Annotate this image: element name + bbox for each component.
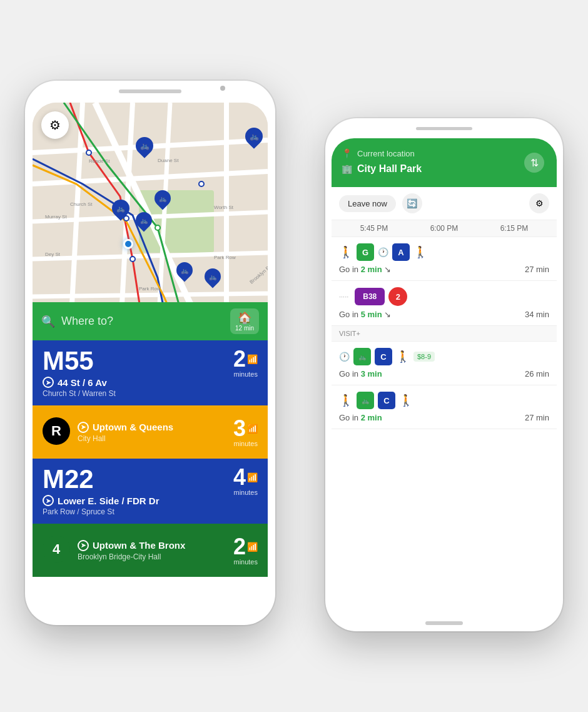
minutes-badge-M22: 4 📶 minutes [233,466,258,496]
right-phone-home-btn[interactable] [425,621,463,625]
route-direction-R: ➤ Uptown & Queens [78,422,173,433]
search-input[interactable] [61,315,224,328]
transit-row-M22[interactable]: M22 ➤ Lower E. Side / FDR Dr Park Row / … [33,459,268,524]
rp-time-1: 5:45 PM [360,224,388,233]
walk-icon-4a: 🚶 [339,394,353,407]
route-icon-ctm: 🚲 [353,348,371,365]
route-stop-M55: Church St / Warren St [43,389,116,398]
walk-icon-3: 🚶 [396,350,410,364]
route-number-M55: M55 [43,348,116,374]
settings-button[interactable]: ⚙ [41,111,69,139]
route-icon-2: 2 [388,287,407,306]
rp-time-bar: 5:45 PM 6:00 PM 6:15 PM [332,220,557,237]
route-stop-4: Brooklyn Bridge-City Hall [78,552,185,561]
rp-route-card-4[interactable]: 🚶 🚲 C 🚶 Go in 2 min 27 min [332,385,557,429]
map-pin-2[interactable]: 🚲 [245,128,263,145]
rp-go-text-4: Go in 2 min [339,413,382,422]
rp-current-location-row: 📍 Current location [342,148,547,158]
phones-container: Reade St Murray St Dey St Duane St Worth… [25,43,563,669]
map-area: Reade St Murray St Dey St Duane St Worth… [33,103,268,340]
svg-point-15 [155,225,160,230]
svg-text:Duane St: Duane St [158,158,179,163]
rp-total-min-2: 34 min [525,310,549,319]
rp-go-text-2: Go in 5 min ↘ [339,310,391,319]
phone-right: 📍 Current location 🏢 City Hall Park ⇅ Le… [325,118,563,631]
svg-point-16 [199,181,204,186]
svg-text:Dey St: Dey St [45,252,61,257]
price-badge-3: $8-9 [413,352,435,362]
minutes-badge-4: 2 📶 minutes [233,536,258,566]
wifi-icon-4: 📶 [247,542,258,551]
map-pin-1[interactable]: 🚲 [136,137,153,155]
rp-route-footer-3: Go in 3 min 26 min [339,369,549,379]
clock-icon-3: 🕐 [339,352,350,362]
wifi-icon: 📶 [247,355,258,364]
transit-row-R[interactable]: R ➤ Uptown & Queens City Hall [33,405,268,459]
right-phone-notch [416,127,472,130]
rp-route-footer-4: Go in 2 min 27 min [339,413,549,422]
location-pin-icon: 📍 [342,148,352,158]
minutes-badge-R: 3 📶 minutes [233,417,258,447]
rp-route-icons-4: 🚶 🚲 C 🚶 [339,392,549,409]
svg-text:Murray St: Murray St [45,214,67,220]
rp-settings-button[interactable]: ⚙ [529,193,549,213]
search-icon: 🔍 [41,315,55,328]
rp-route-card-2[interactable]: ····· B38 2 Go in 5 min ↘ 34 min [332,281,557,326]
rp-section-label-visit: VISIT+ [332,326,557,342]
rp-refresh-button[interactable]: 🔄 [402,193,422,213]
map-pin-5[interactable]: 🚲 [176,262,193,278]
map-pin-6[interactable]: 🚲 [205,268,221,285]
rp-route-icons-2: ····· B38 2 [339,287,549,306]
home-badge[interactable]: 🏠 12 min [230,308,259,334]
wifi-icon-r: 📶 [247,424,258,433]
route-stop-R: City Hall [78,434,173,443]
map-pin-7[interactable]: 🚲 [155,190,171,206]
search-bar[interactable]: 🔍 🏠 12 min [33,302,268,340]
route-stop-M22: Park Row / Spruce St [43,507,160,516]
rp-go-text-3: Go in 3 min [339,369,382,379]
map-pin-3[interactable]: 🚲 [112,200,129,217]
route-icon-bike-4: 🚲 [357,392,374,409]
route-icon-B38: B38 [355,288,385,305]
current-location-dot [123,239,133,249]
rp-header: 📍 Current location 🏢 City Hall Park ⇅ [332,138,557,187]
rp-total-min-1: 27 min [525,265,549,274]
right-phone-screen: 📍 Current location 🏢 City Hall Park ⇅ Le… [332,138,557,613]
rp-route-footer-1: Go in 2 min ↘ 27 min [339,265,549,274]
left-phone-screen: Reade St Murray St Dey St Duane St Worth… [33,103,268,603]
route-direction-4: ➤ Uptown & The Bronx [78,540,185,551]
arrow-icon: ➤ [43,377,54,388]
transit-row-4[interactable]: 4 ➤ Uptown & The Bronx Brooklyn Bridge-C… [33,524,268,577]
route-icon-C-4: C [378,392,395,409]
arrow-icon-4: ➤ [78,540,89,551]
route-direction-M22: ➤ Lower E. Side / FDR Dr [43,495,160,506]
transit-row-M55[interactable]: M55 ➤ 44 St / 6 Av Church St / Warren St… [33,340,268,405]
svg-line-6 [33,293,268,297]
route-circle-R: R [43,417,70,445]
rp-total-min-4: 27 min [525,413,549,422]
route-icon-C-3: C [375,348,392,365]
walk-icon-1: 🚶 [339,245,353,259]
svg-text:Reade St: Reade St [89,158,110,164]
svg-text:Church St: Church St [70,201,93,207]
rp-route-card-1[interactable]: 🚶 G 🕐 A 🚶 Go in 2 min ↘ 27 min [332,237,557,281]
home-minutes: 12 min [235,325,254,332]
svg-text:Park Row: Park Row [139,286,161,292]
left-phone-notch [119,89,181,93]
rp-route-icons-3: 🕐 🚲 C 🚶 $8-9 [339,348,549,365]
rp-swap-button[interactable]: ⇅ [524,153,544,173]
route-icon-A: A [392,243,410,261]
map-pin-4[interactable]: 🚲 [136,212,152,228]
home-icon: 🏠 [238,311,251,325]
clock-icon-1: 🕐 [378,247,388,257]
rp-leave-now-button[interactable]: Leave now [339,195,396,212]
rp-total-min-3: 26 min [525,369,549,379]
svg-point-14 [130,257,135,262]
route-circle-4: 4 [43,536,70,563]
rp-destination-row: 🏢 City Hall Park [342,163,547,175]
rp-route-card-3[interactable]: 🕐 🚲 C 🚶 $8-9 Go in 3 min 26 min [332,342,557,385]
arrow-icon-m22: ➤ [43,495,54,506]
walk-icon-1b: 🚶 [413,245,427,259]
phone-left: Reade St Murray St Dey St Duane St Worth… [25,81,275,625]
rp-route-icons-1: 🚶 G 🕐 A 🚶 [339,243,549,261]
